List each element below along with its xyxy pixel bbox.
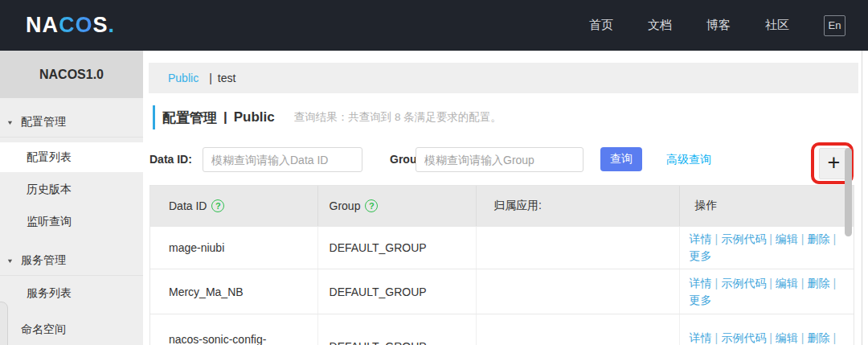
sidebar-item-service-management[interactable]: ▼ 服务管理: [0, 246, 143, 276]
delete-link[interactable]: 删除: [807, 232, 829, 245]
breadcrumb-separator: |: [209, 72, 212, 84]
cell-data-id: nacos-sonic-config-example.properties: [150, 314, 317, 345]
action-separator: |: [833, 331, 836, 344]
sample-code-link[interactable]: 示例代码: [721, 277, 766, 290]
detail-link[interactable]: 详情: [690, 232, 712, 245]
detail-link[interactable]: 详情: [690, 331, 712, 344]
advanced-query-link[interactable]: 高级查询: [666, 153, 711, 167]
column-header-label: 操作: [695, 199, 718, 213]
action-separator: |: [801, 331, 805, 344]
action-separator: |: [833, 232, 836, 245]
action-separator: |: [769, 277, 772, 290]
table-row: nacos-sonic-config-example.properties DE…: [150, 314, 854, 345]
config-table: Data ID ? Group ? 归属应用: 操作 mage-niubi DE…: [149, 185, 854, 345]
table-scrollbar-thumb[interactable]: [845, 148, 852, 236]
group-input[interactable]: [416, 147, 583, 172]
sidebar-item-service-list[interactable]: 服务列表: [0, 278, 143, 308]
data-id-input[interactable]: [203, 147, 362, 172]
page-subtitle: Public: [234, 109, 275, 125]
main-content: Public | test 配置管理 | Public 查询结果：共查询到 8 …: [149, 51, 862, 345]
action-separator: |: [833, 277, 836, 290]
column-header-label: 归属应用:: [493, 199, 542, 213]
sidebar-version-title: NACOS1.0: [0, 51, 143, 98]
table-row: Mercy_Ma_NB DEFAULT_GROUP 详情|示例代码|编辑|删除|…: [150, 269, 854, 314]
navbar-menu: 首页 文档 博客 社区 En: [589, 15, 868, 36]
edit-link[interactable]: 编辑: [776, 277, 798, 290]
nav-item-blog[interactable]: 博客: [706, 18, 731, 33]
nav-item-docs[interactable]: 文档: [648, 18, 672, 33]
sidebar-item-label: 配置管理: [21, 115, 66, 129]
cell-data-id: mage-niubi: [150, 227, 317, 269]
sidebar-item-label: 历史版本: [27, 183, 72, 197]
logo-text-s: S: [93, 13, 108, 37]
language-toggle-button[interactable]: En: [824, 15, 845, 36]
nav-item-community[interactable]: 社区: [765, 18, 789, 33]
column-header-group: Group ?: [317, 186, 477, 226]
help-icon[interactable]: ?: [365, 199, 378, 212]
cell-group: DEFAULT_GROUP: [317, 269, 477, 314]
breadcrumb-namespace-link[interactable]: Public: [168, 72, 199, 84]
cell-actions: 详情|示例代码|编辑|删除| 更多: [679, 227, 854, 269]
cell-data-id: Mercy_Ma_NB: [150, 269, 317, 314]
action-separator: |: [801, 277, 805, 290]
cell-application: [476, 227, 678, 269]
page-title: 配置管理: [162, 109, 217, 127]
cell-actions: 详情|示例代码|编辑|删除| 更多: [679, 314, 854, 345]
sidebar: NACOS1.0 ▼ 配置管理 配置列表 历史版本 监听查询 ▼ 服务管理 服务…: [0, 51, 143, 345]
query-result-summary: 查询结果：共查询到 8 条满足要求的配置。: [294, 110, 502, 125]
nacos-logo[interactable]: NACOS.: [26, 13, 115, 38]
sidebar-item-history-versions[interactable]: 历史版本: [0, 175, 143, 204]
column-header-label: Group: [330, 199, 361, 212]
logo-dot: .: [108, 13, 116, 37]
edit-link[interactable]: 编辑: [776, 331, 798, 344]
action-separator: |: [715, 232, 719, 245]
title-accent-bar: [153, 105, 155, 129]
title-separator: |: [223, 109, 227, 125]
action-separator: |: [715, 331, 719, 344]
logo-text-na: NA: [26, 13, 59, 37]
caret-down-icon: ▼: [6, 257, 14, 265]
search-toolbar: Data ID: Group: 查询 高级查询 +: [149, 147, 857, 172]
cell-group: DEFAULT_GROUP: [317, 314, 477, 345]
sidebar-item-label: 命名空间: [21, 322, 66, 337]
action-separator: |: [801, 232, 805, 245]
cell-application: [476, 269, 678, 314]
delete-link[interactable]: 删除: [807, 277, 829, 290]
edit-link[interactable]: 编辑: [776, 232, 798, 245]
cell-group: DEFAULT_GROUP: [317, 227, 477, 269]
more-link[interactable]: 更多: [690, 294, 712, 306]
column-header-data-id: Data ID ?: [150, 186, 317, 226]
column-header-label: Data ID: [169, 199, 207, 212]
query-button[interactable]: 查询: [600, 147, 642, 171]
column-header-actions: 操作: [679, 186, 854, 226]
sample-code-link[interactable]: 示例代码: [721, 331, 766, 344]
sidebar-item-label: 配置列表: [27, 150, 72, 165]
action-separator: |: [769, 232, 772, 245]
sidebar-item-config-management[interactable]: ▼ 配置管理: [0, 108, 143, 138]
table-header-row: Data ID ? Group ? 归属应用: 操作: [150, 186, 854, 226]
action-separator: |: [769, 331, 772, 344]
data-id-label: Data ID:: [149, 153, 192, 166]
logo-infinity-icon: CO: [59, 13, 93, 37]
caret-down-icon: ▼: [6, 119, 14, 126]
sample-code-link[interactable]: 示例代码: [721, 232, 766, 245]
content-right-border: [862, 51, 862, 345]
sidebar-item-namespace[interactable]: 命名空间: [0, 314, 143, 344]
more-link[interactable]: 更多: [690, 249, 712, 262]
breadcrumb-current: test: [218, 72, 236, 84]
delete-link[interactable]: 删除: [807, 331, 829, 344]
sidebar-item-listener-query[interactable]: 监听查询: [0, 207, 143, 236]
action-separator: |: [715, 277, 719, 290]
sidebar-item-label: 服务列表: [27, 286, 72, 301]
detail-link[interactable]: 详情: [690, 277, 712, 290]
sidebar-collapse-handle[interactable]: [0, 302, 8, 345]
breadcrumb: Public | test: [149, 63, 858, 93]
cell-application: [476, 314, 678, 345]
cell-actions: 详情|示例代码|编辑|删除| 更多: [679, 269, 854, 314]
sidebar-item-config-list[interactable]: 配置列表: [0, 142, 143, 172]
page-header: 配置管理 | Public 查询结果：共查询到 8 条满足要求的配置。: [153, 105, 502, 130]
help-icon[interactable]: ?: [211, 199, 224, 212]
table-row: mage-niubi DEFAULT_GROUP 详情|示例代码|编辑|删除| …: [150, 226, 854, 269]
nav-item-home[interactable]: 首页: [589, 18, 613, 33]
sidebar-item-label: 监听查询: [27, 215, 72, 229]
